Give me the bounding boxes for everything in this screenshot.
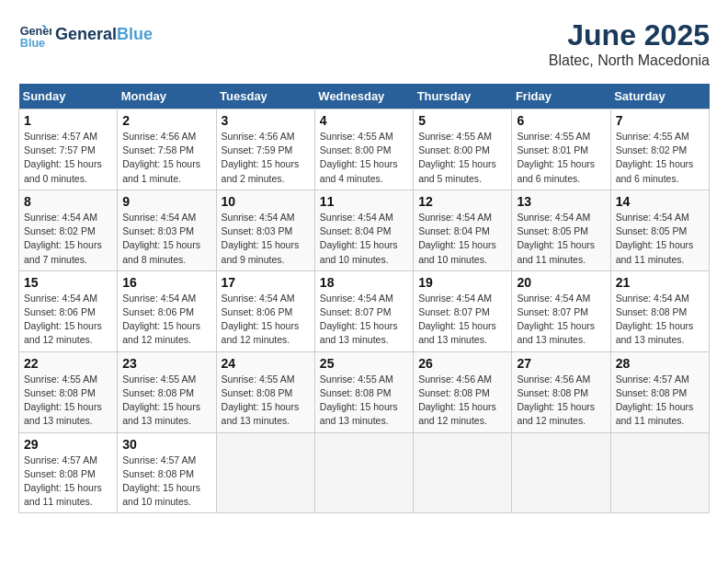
table-row: 8 Sunrise: 4:54 AM Sunset: 8:02 PM Dayli…	[19, 190, 118, 270]
table-row: 2 Sunrise: 4:56 AM Sunset: 7:58 PM Dayli…	[118, 109, 216, 190]
table-row: 26 Sunrise: 4:56 AM Sunset: 8:08 PM Dayl…	[414, 351, 512, 432]
col-thursday: Thursday	[414, 84, 512, 109]
col-friday: Friday	[512, 84, 610, 109]
logo-icon: General Blue	[18, 18, 51, 52]
table-row: 5 Sunrise: 4:55 AM Sunset: 8:00 PM Dayli…	[414, 109, 512, 190]
table-row	[314, 432, 413, 513]
page-header: General Blue GeneralBlue June 2025 Blate…	[18, 18, 710, 69]
col-tuesday: Tuesday	[216, 84, 314, 109]
col-saturday: Saturday	[610, 84, 709, 109]
table-row: 16 Sunrise: 4:54 AM Sunset: 8:06 PM Dayl…	[118, 270, 216, 351]
table-row	[610, 432, 709, 513]
table-row: 11 Sunrise: 4:54 AM Sunset: 8:04 PM Dayl…	[314, 190, 413, 270]
table-row: 15 Sunrise: 4:54 AM Sunset: 8:06 PM Dayl…	[19, 270, 118, 351]
svg-text:Blue: Blue	[20, 37, 45, 50]
table-row: 21 Sunrise: 4:54 AM Sunset: 8:08 PM Dayl…	[610, 270, 709, 351]
table-row	[216, 432, 314, 513]
title-block: June 2025 Blatec, North Macedonia	[549, 18, 710, 69]
table-row: 30 Sunrise: 4:57 AM Sunset: 8:08 PM Dayl…	[118, 432, 216, 513]
table-row: 10 Sunrise: 4:54 AM Sunset: 8:03 PM Dayl…	[216, 190, 314, 270]
table-row: 13 Sunrise: 4:54 AM Sunset: 8:05 PM Dayl…	[512, 190, 610, 270]
table-row: 23 Sunrise: 4:55 AM Sunset: 8:08 PM Dayl…	[118, 351, 216, 432]
calendar-week-4: 22 Sunrise: 4:55 AM Sunset: 8:08 PM Dayl…	[19, 351, 710, 432]
table-row: 29 Sunrise: 4:57 AM Sunset: 8:08 PM Dayl…	[19, 432, 118, 513]
table-row: 3 Sunrise: 4:56 AM Sunset: 7:59 PM Dayli…	[216, 109, 314, 190]
table-row: 9 Sunrise: 4:54 AM Sunset: 8:03 PM Dayli…	[118, 190, 216, 270]
table-row: 22 Sunrise: 4:55 AM Sunset: 8:08 PM Dayl…	[19, 351, 118, 432]
table-row: 27 Sunrise: 4:56 AM Sunset: 8:08 PM Dayl…	[512, 351, 610, 432]
table-row: 6 Sunrise: 4:55 AM Sunset: 8:01 PM Dayli…	[512, 109, 610, 190]
calendar-week-2: 8 Sunrise: 4:54 AM Sunset: 8:02 PM Dayli…	[19, 190, 710, 270]
calendar-week-3: 15 Sunrise: 4:54 AM Sunset: 8:06 PM Dayl…	[19, 270, 710, 351]
table-row: 4 Sunrise: 4:55 AM Sunset: 8:00 PM Dayli…	[314, 109, 413, 190]
table-row: 25 Sunrise: 4:55 AM Sunset: 8:08 PM Dayl…	[314, 351, 413, 432]
table-row	[414, 432, 512, 513]
col-sunday: Sunday	[19, 84, 118, 109]
calendar-week-5: 29 Sunrise: 4:57 AM Sunset: 8:08 PM Dayl…	[19, 432, 710, 513]
calendar-header-row: Sunday Monday Tuesday Wednesday Thursday…	[19, 84, 710, 109]
table-row: 1 Sunrise: 4:57 AM Sunset: 7:57 PM Dayli…	[19, 109, 118, 190]
table-row: 12 Sunrise: 4:54 AM Sunset: 8:04 PM Dayl…	[414, 190, 512, 270]
calendar-week-1: 1 Sunrise: 4:57 AM Sunset: 7:57 PM Dayli…	[19, 109, 710, 190]
table-row: 18 Sunrise: 4:54 AM Sunset: 8:07 PM Dayl…	[314, 270, 413, 351]
calendar-subtitle: Blatec, North Macedonia	[549, 52, 710, 69]
calendar-title: June 2025	[549, 18, 710, 52]
table-row: 17 Sunrise: 4:54 AM Sunset: 8:06 PM Dayl…	[216, 270, 314, 351]
calendar-table: Sunday Monday Tuesday Wednesday Thursday…	[18, 84, 710, 513]
table-row: 24 Sunrise: 4:55 AM Sunset: 8:08 PM Dayl…	[216, 351, 314, 432]
col-monday: Monday	[118, 84, 216, 109]
col-wednesday: Wednesday	[314, 84, 413, 109]
table-row: 19 Sunrise: 4:54 AM Sunset: 8:07 PM Dayl…	[414, 270, 512, 351]
table-row: 7 Sunrise: 4:55 AM Sunset: 8:02 PM Dayli…	[610, 109, 709, 190]
table-row	[512, 432, 610, 513]
table-row: 28 Sunrise: 4:57 AM Sunset: 8:08 PM Dayl…	[610, 351, 709, 432]
table-row: 14 Sunrise: 4:54 AM Sunset: 8:05 PM Dayl…	[610, 190, 709, 270]
logo: General Blue GeneralBlue	[18, 18, 153, 52]
table-row: 20 Sunrise: 4:54 AM Sunset: 8:07 PM Dayl…	[512, 270, 610, 351]
